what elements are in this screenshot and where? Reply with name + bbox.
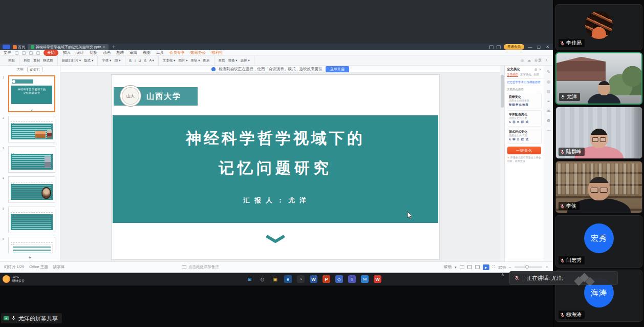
menu-会员专享[interactable]: 会员专享 (168, 50, 186, 55)
file-explorer-icon[interactable]: ▣ (271, 275, 279, 283)
mail-icon[interactable]: ✉ (361, 275, 369, 283)
toolbar-item-替换[interactable]: 替换 ▾ (228, 58, 238, 63)
toolbar-item-粘贴[interactable]: 粘贴 (8, 58, 15, 63)
layout-icon[interactable]: ▤ (547, 89, 551, 94)
maximize-button[interactable]: ▢ (536, 45, 542, 49)
toolbar-item-版式[interactable]: 版式 ▾ (84, 58, 93, 63)
pane-tab-文字美化[interactable]: 文字美化 (520, 73, 531, 77)
browser-icon[interactable]: ◔ (297, 275, 305, 283)
edit-icon[interactable]: ✎ (547, 70, 550, 74)
toolbar-item-B[interactable]: B (130, 59, 132, 63)
menu-工具[interactable]: 工具 (155, 50, 165, 55)
settings-icon[interactable]: ⚙ (547, 118, 550, 123)
notification-action-button[interactable]: 立即开启 (326, 66, 349, 72)
more-icon[interactable]: ⋯ (547, 128, 551, 133)
print-icon[interactable] (22, 51, 26, 55)
fullscreen-icon[interactable]: ⛶ (492, 264, 495, 270)
pane-close-icon[interactable]: ✕ (539, 68, 542, 72)
zoom-slider[interactable] (514, 267, 542, 268)
undo-icon[interactable] (29, 51, 33, 55)
find-icon[interactable]: ◎ (547, 79, 550, 84)
pane-card-1[interactable]: 目录美化适用本文档目录页智能美化推荐 (507, 93, 542, 109)
menu-视图[interactable]: 视图 (142, 50, 152, 55)
participant-tile-陆群峰[interactable]: 陆群峰 (555, 107, 642, 159)
menu-福利社[interactable]: 福利社 (210, 50, 224, 55)
toolbar-item-S[interactable]: S (144, 59, 146, 63)
toolbar-item-图表[interactable]: 图表 (203, 58, 210, 63)
collapse-caret-icon[interactable]: ∧ (501, 272, 504, 277)
zoom-out-button[interactable]: − (509, 265, 511, 270)
notes-icon[interactable]: ≡ (547, 99, 550, 104)
notes-hint[interactable]: 点击此处添加备注 (182, 264, 219, 270)
cloud-sync-icon[interactable]: ☁ (527, 58, 531, 63)
weather-widget[interactable]: 19°C 晴转多云 (3, 275, 25, 283)
zoom-in-button[interactable]: ＋ (545, 264, 549, 270)
pane-card-2[interactable]: 字体配色美化适用全文共 7 页A 字 B 样 式 (507, 110, 542, 127)
menu-开始[interactable]: 开始 (44, 50, 58, 56)
slide-thumbnail-3[interactable]: 3》》 (8, 146, 55, 173)
slide-thumbnail-2[interactable]: 2》》 (8, 116, 55, 142)
close-button[interactable]: ✕ (545, 45, 550, 49)
tab-home[interactable]: 首页 (13, 45, 25, 50)
slide-canvas[interactable]: 山大 山西大学 神经科学哲学视域下的 记忆问题研究 汇 报 人 ： 尤 洋 (112, 75, 439, 259)
wps-icon[interactable]: W (374, 275, 381, 283)
zoom-slider-knob[interactable] (525, 265, 529, 269)
toolbar-item-字体[interactable]: 字体 ▾ (102, 58, 111, 63)
pane-tab-分类推荐[interactable]: 分类推荐 (507, 73, 518, 77)
toolbar-item-剪切[interactable]: 剪切 (24, 58, 30, 63)
powerpoint-icon[interactable]: P (323, 275, 330, 283)
slide-thumbnail-5[interactable]: 5》》 (8, 207, 55, 233)
vip-pill[interactable]: 开通会员 (504, 44, 524, 50)
pane-recommend-link[interactable]: 记忆哲学学术汇报模板推荐 (505, 79, 544, 86)
layout-switch-icon[interactable] (489, 45, 493, 49)
comment-icon[interactable]: ✉ (547, 109, 550, 113)
menu-设计[interactable]: 设计 (75, 50, 85, 55)
participant-tile-李佳易[interactable]: 李佳易 (555, 4, 642, 50)
pane-tab-全部[interactable]: 全部 (533, 73, 539, 77)
edge-icon[interactable]: e (284, 275, 292, 283)
toolbar-item-形状[interactable]: 形状 ▾ (190, 58, 200, 63)
tab-outline[interactable]: 大纲 (17, 67, 24, 72)
reading-view-icon[interactable] (475, 265, 480, 269)
scrollbar-thumb[interactable] (501, 75, 504, 108)
menu-审阅[interactable]: 审阅 (128, 50, 138, 55)
zoom-value[interactable]: 35% (498, 265, 506, 270)
help-caret-icon[interactable]: ▾ (455, 265, 457, 270)
toolbar-item-28[interactable]: 28 ▾ (114, 58, 120, 63)
pane-card-3[interactable]: 版式样式美化适用全文共 7 页A 字 B 样 式 (507, 128, 542, 144)
redo-icon[interactable] (36, 51, 40, 55)
tab-close-icon[interactable]: ✕ (102, 45, 105, 49)
vertical-scrollbar[interactable] (500, 66, 504, 261)
slide-thumbnail-6[interactable]: 6》》 (8, 237, 55, 253)
tab-document[interactable]: 神经科学哲学视域下的记忆问题研究.pptx ✕ (28, 44, 109, 50)
add-slide-button[interactable]: + (0, 255, 60, 261)
tab-slides[interactable]: 幻灯片 (27, 67, 44, 72)
help-label[interactable]: 帮助 (444, 264, 452, 270)
toolbar-item-A[interactable]: A ▾ (149, 58, 154, 63)
minimize-button[interactable]: — (527, 45, 533, 49)
sorter-view-icon[interactable] (467, 265, 472, 269)
start-icon[interactable]: ⊞ (246, 275, 253, 283)
teams-icon[interactable]: T (348, 275, 356, 283)
slide-thumbnail-1[interactable]: 1神经科学哲学视域下的记忆问题研究⌄ (8, 75, 55, 112)
menu-动画[interactable]: 动画 (102, 50, 112, 55)
save-icon[interactable] (15, 51, 18, 55)
collapse-ribbon-icon[interactable]: ∧ (545, 58, 548, 63)
menu-切换[interactable]: 切换 (89, 50, 98, 55)
missing-font-badge[interactable]: 缺字体 (53, 264, 65, 270)
beautify-apply-button[interactable]: 一键美化 (507, 147, 541, 154)
wps-logo-icon[interactable] (3, 45, 10, 49)
skin-icon[interactable] (497, 45, 501, 49)
toolbar-item-格式刷[interactable]: 格式刷 (43, 58, 53, 63)
toolbar-item-图片[interactable]: 图片 ▾ (178, 58, 187, 63)
participant-tile-闫宏秀[interactable]: 宏秀闫宏秀 (555, 215, 642, 268)
share-button[interactable]: 分享 (534, 58, 542, 63)
menu-放映[interactable]: 放映 (115, 50, 125, 55)
theme-name[interactable]: Office 主题 (29, 264, 48, 270)
toast-mic-muted-icon[interactable] (514, 275, 519, 281)
menu-插入[interactable]: 插入 (62, 50, 72, 55)
toolbar-item-文本框[interactable]: 文本框 ▾ (163, 58, 176, 63)
app-blue-icon[interactable]: ◇ (335, 275, 343, 283)
toolbar-item-U[interactable]: U (139, 59, 141, 63)
new-tab-button[interactable]: + (112, 44, 115, 50)
